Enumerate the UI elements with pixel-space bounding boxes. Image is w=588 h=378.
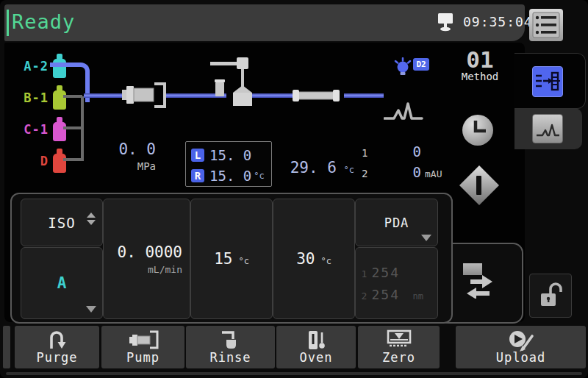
upload-button[interactable]: Upload xyxy=(456,326,586,368)
button-label: Purge xyxy=(36,350,77,365)
purge-button[interactable]: Purge xyxy=(15,326,99,368)
sampler-set-value: 15 xyxy=(214,250,232,268)
button-label: Pump xyxy=(126,350,159,365)
detector-select-cell[interactable]: PDA xyxy=(355,199,438,246)
valve-diamond-icon[interactable] xyxy=(459,165,500,206)
status-text: Ready xyxy=(12,10,75,33)
bottom-bezel xyxy=(6,372,582,375)
oven-button[interactable]: Oven xyxy=(276,326,356,368)
sampler-temp-unit: °c xyxy=(254,171,264,181)
method-number: 01 xyxy=(454,49,506,71)
instrument-screen: Ready 09:35:04 A-2 B-1 C-1 D xyxy=(0,0,588,378)
wavelength-row-2: 2 254 nm xyxy=(362,287,432,302)
solvent-dropdown-icon xyxy=(86,306,96,313)
bottle-label: D xyxy=(13,154,49,168)
detector-channel-1-row: 1 0 xyxy=(362,143,454,160)
right-temp-value: 15. 0 xyxy=(209,168,251,184)
solvent-d-line xyxy=(63,158,82,161)
zero-icon xyxy=(358,329,440,350)
channel-number: 1 xyxy=(362,147,373,159)
method-label: Method xyxy=(454,71,506,82)
oven-set-unit: °c xyxy=(320,256,331,266)
rinse-icon xyxy=(186,329,275,352)
oven-temp-cell[interactable]: 30 °c xyxy=(273,199,355,319)
button-label: Zero xyxy=(382,350,415,365)
detector-dropdown-icon xyxy=(421,235,431,241)
solvent-bottle-d: D xyxy=(13,145,67,176)
detector-wavelength-cell[interactable]: 1 254 2 254 nm xyxy=(355,247,438,319)
solvent-c-line xyxy=(63,126,82,129)
detector-icon xyxy=(384,101,423,121)
solvent-b-line xyxy=(63,95,82,98)
solvent-manifold-line xyxy=(81,96,84,161)
sampler-temp-right-row: R 15. 0 °c xyxy=(186,165,271,186)
wavelength-channel: 2 xyxy=(362,290,372,302)
channel-unit: mAU xyxy=(421,168,454,179)
wavelength-unit: nm xyxy=(413,291,432,302)
mode-spinner-icon xyxy=(87,213,96,225)
left-temp-value: 15. 0 xyxy=(209,147,251,163)
flow-line-4 xyxy=(344,93,384,98)
flow-rate-cell[interactable]: 0. 0000 mL/min xyxy=(103,199,190,319)
pump-button-icon xyxy=(101,329,184,350)
mode-select-cell[interactable]: ISO xyxy=(21,199,103,246)
zero-button[interactable]: Zero xyxy=(358,326,440,368)
sampler-temp-box: L 15. 0 R 15. 0 °c xyxy=(185,141,272,187)
bottle-label: C-1 xyxy=(13,122,49,137)
pump-pressure-readout: 0. 0 MPa xyxy=(93,140,156,172)
oven-temp-value: 29. 6 xyxy=(290,159,337,176)
wavelength-value: 254 xyxy=(372,287,413,302)
solvent-select-cell[interactable]: A xyxy=(21,247,103,319)
flow-line-1 xyxy=(84,93,123,98)
tab-flow-view[interactable] xyxy=(514,53,586,109)
flow-view-icon xyxy=(532,66,563,97)
pressure-unit: MPa xyxy=(93,160,156,172)
bottle-label: A-2 xyxy=(13,59,49,74)
screen-lock-button[interactable] xyxy=(529,274,572,318)
right-badge: R xyxy=(191,169,204,182)
detector-channel-2-row: 2 0 mAU xyxy=(362,164,454,180)
channel-value: 0 xyxy=(373,164,421,180)
time-program-clock-icon[interactable] xyxy=(462,114,494,146)
pressure-value: 0. 0 xyxy=(93,140,156,158)
channel-number: 2 xyxy=(362,168,373,179)
oven-icon xyxy=(276,329,356,352)
network-monitor-icon xyxy=(436,12,455,32)
flow-rate-unit: mL/min xyxy=(117,264,182,275)
pump-button[interactable]: Pump xyxy=(101,326,184,368)
main-menu-button[interactable] xyxy=(529,9,563,41)
oven-set-value: 30 xyxy=(296,250,315,268)
mode-value: ISO xyxy=(48,215,75,231)
column-icon xyxy=(293,88,340,103)
unlock-icon xyxy=(538,282,563,309)
purge-icon xyxy=(15,329,99,352)
d2-lamp-icon xyxy=(392,57,415,79)
upload-icon xyxy=(456,329,586,352)
button-label: Rinse xyxy=(209,350,251,365)
method-display[interactable]: 01 Method xyxy=(454,49,506,82)
flow-rate-value: 0. 0000 xyxy=(117,243,182,261)
swap-transfer-icon[interactable] xyxy=(462,262,497,299)
status-cursor xyxy=(7,10,9,36)
sampler-set-unit: °c xyxy=(238,256,248,266)
bottle-label: B-1 xyxy=(13,90,49,105)
sampler-temp-cell[interactable]: 15 °c xyxy=(190,199,273,319)
left-badge: L xyxy=(191,149,204,162)
detector-name: PDA xyxy=(384,215,409,230)
flow-line-3 xyxy=(251,93,294,98)
button-label: Oven xyxy=(300,350,333,365)
rinse-button[interactable]: Rinse xyxy=(186,326,275,368)
sampler-temp-left-row: L 15. 0 xyxy=(186,145,271,165)
oven-temp-unit: °c xyxy=(344,165,354,175)
solvent-bottle-c: C-1 xyxy=(13,113,67,145)
autosampler-icon xyxy=(209,57,254,109)
toolbar-overflow-edge xyxy=(3,326,10,368)
wavelength-row-1: 1 254 xyxy=(362,265,432,280)
wavelength-channel: 1 xyxy=(362,268,372,279)
chromatogram-view-icon xyxy=(532,114,563,143)
channel-value: 0 xyxy=(373,143,421,160)
button-label: Upload xyxy=(496,350,545,365)
wavelength-value: 254 xyxy=(372,265,413,280)
tab-chromatogram-view[interactable] xyxy=(514,108,582,149)
d2-lamp-badge: D2 xyxy=(413,58,429,71)
